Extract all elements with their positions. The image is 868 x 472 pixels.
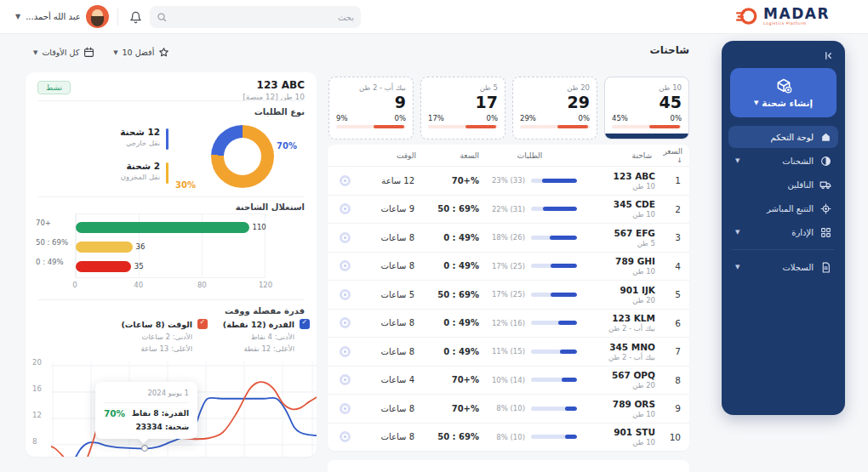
cell-rank: 7 bbox=[655, 346, 686, 356]
donut-title: نوع الطلبات bbox=[254, 107, 305, 117]
sidebar-item-tracking[interactable]: التتبع المباشر bbox=[728, 197, 838, 219]
summary-card-20-طن[interactable]: 20 طن 29 0%29% bbox=[512, 77, 597, 139]
table-row[interactable]: 1 123 ABC10 طن 23% (33) 70+% 12 ساعة bbox=[328, 167, 689, 196]
cell-capacity: 0 : 49% bbox=[420, 261, 483, 270]
utilization-bar bbox=[76, 261, 131, 272]
cell-orders: 17% (25) bbox=[483, 262, 577, 270]
sidebar-item-management[interactable]: الإدارة ▼ bbox=[728, 221, 838, 243]
table-row[interactable]: 2 345 CDE10 طن 22% (31) 50 : 69% 9 ساعات bbox=[328, 196, 689, 225]
table-row[interactable]: 6 123 KLMبيك أب - 2 طن 12% (16) 0 : 49% … bbox=[328, 310, 689, 338]
view-icon[interactable] bbox=[340, 203, 351, 214]
column-truck: شاحنة bbox=[577, 151, 655, 160]
view-icon[interactable] bbox=[340, 260, 351, 271]
table-row[interactable]: 9 789 ORS10 طن 8% (10) 70+% 8 ساعات bbox=[328, 395, 689, 424]
sidebar: إنشاء شحنة▼ لوحة التحكم الشحنات ▼ الناقل… bbox=[722, 41, 845, 415]
cell-rank: 8 bbox=[655, 375, 686, 385]
status-badge: نشط bbox=[37, 81, 71, 94]
sidebar-item-label: الإدارة bbox=[791, 228, 814, 237]
time-checkbox[interactable] bbox=[197, 319, 208, 329]
sidebar-item-carriers[interactable]: الناقلين bbox=[728, 173, 838, 196]
filters: أفضل 10 ▼ كل الأوقات ▼ bbox=[28, 43, 174, 61]
summary-card-10-طن[interactable]: 10 طن 45 0%45% bbox=[604, 77, 689, 139]
view-icon[interactable] bbox=[340, 289, 351, 300]
view-icon[interactable] bbox=[340, 317, 351, 328]
cell-orders: 18% (26) bbox=[483, 233, 577, 242]
avatar bbox=[86, 5, 109, 28]
collapse-sidebar-icon[interactable] bbox=[821, 48, 835, 62]
summary-card-بيك-أب---2-طن[interactable]: بيك أب - 2 طن 9 0%9% bbox=[328, 77, 414, 139]
cell-truck: 789 ORS10 طن bbox=[577, 399, 655, 418]
cell-truck: 123 KLMبيك أب - 2 طن bbox=[577, 313, 655, 333]
filter-top10[interactable]: أفضل 10 ▼ bbox=[108, 43, 174, 61]
bar-title: استغلال الشاحنة bbox=[236, 202, 305, 212]
table-row[interactable]: 3 567 EFG5 طن 18% (26) 0 : 49% 8 ساعات bbox=[328, 224, 689, 253]
column-capacity: السعة bbox=[420, 151, 483, 160]
table-row[interactable]: 8 567 OPQ20 طن 10% (14) 70+% 4 ساعات bbox=[328, 367, 689, 395]
cell-orders: 17% (25) bbox=[483, 290, 577, 299]
orders-type-donut bbox=[211, 125, 274, 188]
card-value: 45 bbox=[612, 93, 682, 111]
madar-logo-icon bbox=[736, 5, 758, 27]
view-icon[interactable] bbox=[340, 232, 351, 243]
card-right-pct: 0% bbox=[395, 114, 407, 122]
table-row[interactable]: 10 901 STU10 طن 8% (10) 50 : 69% 8 ساعات bbox=[328, 424, 689, 452]
card-right-pct: 0% bbox=[671, 114, 682, 122]
sidebar-item-records[interactable]: السجلات ▼ bbox=[728, 256, 838, 278]
table-body: 1 123 ABC10 طن 23% (33) 70+% 12 ساعة 2 3… bbox=[328, 167, 689, 451]
view-icon[interactable] bbox=[340, 175, 351, 186]
cell-time: 4 ساعات bbox=[358, 375, 420, 384]
table-row[interactable]: 5 901 IJK20 طن 17% (25) 50 : 69% 5 ساعات bbox=[328, 281, 689, 310]
user-name: عبد الله أحمد... bbox=[26, 12, 81, 21]
view-icon[interactable] bbox=[340, 346, 351, 357]
logo-name: MADAR bbox=[763, 7, 830, 21]
dashboard-icon bbox=[819, 131, 831, 143]
card-title: 20 طن bbox=[520, 83, 590, 92]
trucks-table: السعر ↓ شاحنة الطلبات السعة الوقت 1 123 … bbox=[328, 145, 689, 451]
filter-time[interactable]: كل الأوقات ▼ bbox=[28, 43, 100, 61]
cell-time: 8 ساعات bbox=[358, 318, 420, 327]
card-left-pct: 9% bbox=[336, 114, 348, 122]
view-icon[interactable] bbox=[340, 403, 351, 414]
tooltip-date: 1 يونيو 2024 bbox=[104, 389, 189, 403]
column-time: الوقت bbox=[358, 151, 420, 160]
search-input[interactable] bbox=[167, 13, 354, 22]
capacity-series-label: القدرة (12 نقطة) bbox=[223, 320, 294, 329]
create-shipment-button[interactable]: إنشاء شحنة▼ bbox=[730, 68, 837, 117]
user-menu[interactable]: ▼ عبد الله أحمد... bbox=[15, 5, 109, 28]
column-price[interactable]: السعر ↓ bbox=[655, 147, 686, 164]
card-title: 10 طن bbox=[612, 83, 682, 92]
view-icon[interactable] bbox=[340, 431, 351, 442]
card-left-pct: 17% bbox=[428, 114, 444, 122]
tooltip-capacity: القدرة: 8 نقاط bbox=[132, 409, 189, 418]
sidebar-item-dashboard[interactable]: لوحة التحكم bbox=[728, 126, 838, 148]
cell-time: 8 ساعات bbox=[358, 233, 420, 242]
cell-capacity: 0 : 49% bbox=[420, 233, 483, 242]
sidebar-item-label: التتبع المباشر bbox=[767, 204, 814, 213]
cell-capacity: 50 : 69% bbox=[420, 290, 483, 299]
sidebar-item-label: لوحة التحكم bbox=[771, 133, 814, 142]
cell-rank: 9 bbox=[655, 403, 686, 413]
utilization-bar bbox=[76, 242, 133, 253]
sort-desc-icon: ↓ bbox=[677, 156, 682, 164]
sidebar-item-shipments[interactable]: الشحنات ▼ bbox=[728, 150, 838, 172]
card-right-pct: 0% bbox=[579, 114, 591, 122]
table-header: السعر ↓ شاحنة الطلبات السعة الوقت bbox=[328, 145, 689, 167]
bar-category-labels: 70+50 : 69%0 : 49% bbox=[36, 217, 75, 276]
create-shipment-label: إنشاء شحنة bbox=[762, 98, 813, 108]
view-icon[interactable] bbox=[340, 374, 351, 385]
madar-logo: MADAR Logistics Platform bbox=[736, 5, 830, 27]
sidebar-item-label: الشحنات bbox=[782, 156, 814, 166]
capacity-checkbox[interactable] bbox=[300, 319, 310, 329]
time-min: الأدنى: 2 ساعات bbox=[95, 333, 208, 341]
table-row[interactable]: 7 345 MNOبيك أب - 2 طن 11% (15) 0 : 49% … bbox=[328, 338, 689, 367]
time-series-toggle: الوقت (8 ساعات) الأدنى: 2 ساعات الأعلى: … bbox=[95, 319, 208, 353]
bell-icon[interactable] bbox=[126, 8, 145, 26]
legend-item: 2 شحنةنقل المخزون bbox=[51, 161, 168, 184]
logo-subtitle: Logistics Platform bbox=[763, 22, 830, 26]
summary-card-5-طن[interactable]: 5 طن 17 0%17% bbox=[420, 77, 505, 139]
cell-orders: 10% (14) bbox=[483, 376, 577, 384]
cell-truck: 345 CDE10 طن bbox=[577, 199, 655, 219]
card-progress-bar bbox=[612, 125, 682, 128]
cell-rank: 1 bbox=[655, 175, 686, 185]
table-row[interactable]: 4 789 GHI10 طن 17% (25) 0 : 49% 8 ساعات bbox=[328, 253, 689, 281]
